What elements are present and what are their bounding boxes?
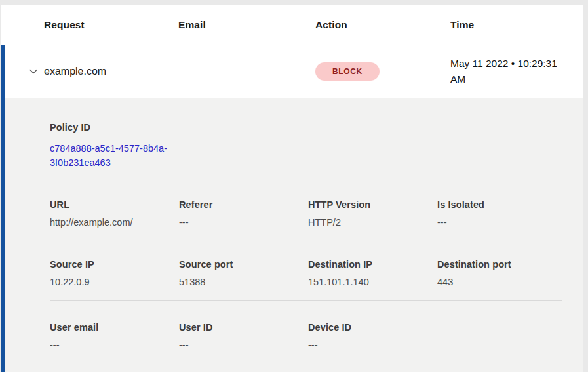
policy-id-field: Policy ID c784a888-a5c1-4577-8b4a-3f0b23… — [50, 122, 562, 170]
destination-ip-label: Destination IP — [308, 259, 437, 270]
divider — [50, 300, 562, 301]
destination-port-label: Destination port — [437, 259, 566, 270]
source-ip-value: 10.22.0.9 — [50, 277, 179, 287]
request-details-panel: Policy ID c784a888-a5c1-4577-8b4a-3f0b23… — [1, 98, 583, 372]
url-field: URL http://example.com/ — [50, 199, 179, 228]
referer-label: Referer — [179, 199, 308, 210]
is-isolated-value: --- — [437, 217, 566, 228]
divider — [50, 182, 562, 182]
device-id-value: --- — [308, 340, 437, 350]
referer-value: --- — [179, 217, 308, 228]
device-id-field: Device ID --- — [308, 322, 437, 350]
url-label: URL — [50, 199, 179, 210]
is-isolated-field: Is Isolated --- — [437, 199, 566, 228]
table-row[interactable]: example.com BLOCK May 11 2022 • 10:29:31… — [1, 45, 583, 98]
device-id-label: Device ID — [308, 322, 437, 333]
url-value: http://example.com/ — [50, 217, 179, 228]
table-header-row: Request Email Action Time — [1, 5, 583, 45]
policy-id-link[interactable]: c784a888-a5c1-4577-8b4a-3f0b231ea463 — [50, 142, 184, 170]
detail-row-user: User email --- User ID --- Device ID --- — [50, 322, 562, 350]
user-email-label: User email — [50, 322, 179, 333]
user-id-label: User ID — [179, 322, 308, 333]
column-header-email: Email — [178, 19, 315, 31]
source-port-field: Source port 51388 — [179, 259, 308, 287]
destination-ip-field: Destination IP 151.101.1.140 — [308, 259, 437, 287]
source-ip-label: Source IP — [50, 259, 179, 270]
policy-id-label: Policy ID — [50, 122, 562, 133]
destination-port-field: Destination port 443 — [437, 259, 566, 287]
time-cell: May 11 2022 • 10:29:31 AM — [450, 56, 583, 87]
detail-row-http: URL http://example.com/ Referer --- HTTP… — [50, 199, 562, 228]
http-version-field: HTTP Version HTTP/2 — [308, 199, 437, 228]
request-cell: example.com — [44, 66, 178, 77]
expanded-log-entry: example.com BLOCK May 11 2022 • 10:29:31… — [1, 45, 583, 372]
destination-port-value: 443 — [437, 277, 566, 287]
http-version-label: HTTP Version — [308, 199, 437, 210]
active-row-accent-bar — [1, 45, 5, 372]
column-header-action: Action — [315, 19, 450, 31]
action-status-badge: BLOCK — [315, 62, 380, 81]
user-id-field: User ID --- — [179, 322, 308, 350]
user-email-field: User email --- — [50, 322, 179, 350]
is-isolated-label: Is Isolated — [437, 199, 566, 210]
column-header-request: Request — [44, 19, 178, 31]
source-ip-field: Source IP 10.22.0.9 — [50, 259, 179, 287]
detail-row-network: Source IP 10.22.0.9 Source port 51388 De… — [50, 259, 562, 287]
action-cell: BLOCK — [315, 62, 450, 81]
user-id-value: --- — [179, 340, 308, 350]
column-header-time: Time — [450, 19, 583, 31]
destination-ip-value: 151.101.1.140 — [308, 277, 437, 287]
chevron-down-icon[interactable] — [26, 64, 41, 79]
timestamp: May 11 2022 • 10:29:31 AM — [450, 56, 572, 87]
referer-field: Referer --- — [179, 199, 308, 228]
source-port-label: Source port — [179, 259, 308, 270]
user-email-value: --- — [50, 340, 179, 350]
http-version-value: HTTP/2 — [308, 217, 437, 228]
request-log-table: Request Email Action Time example.com BL… — [1, 5, 583, 372]
source-port-value: 51388 — [179, 277, 308, 287]
